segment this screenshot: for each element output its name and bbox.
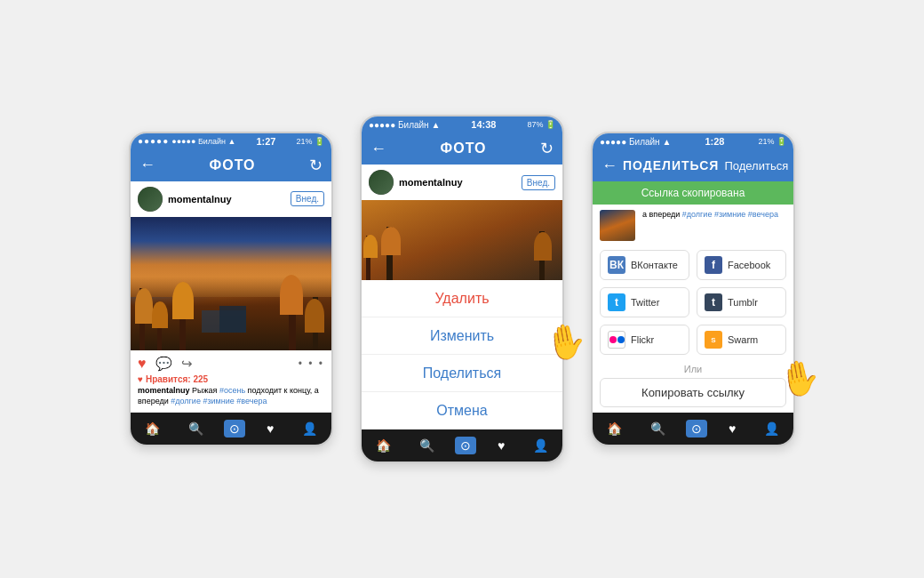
back-button[interactable]: ← [370,140,386,158]
phone1-post-header: momentalnuy Внед. [131,181,331,217]
heart-icon: ♥ [138,374,143,384]
nav-profile[interactable]: 👤 [295,420,324,438]
likes-count: ♥Нравится: 225 [138,374,324,384]
link-copied-bar: Ссылка скопирована [593,181,793,205]
tumblr-label: Tumblr [728,297,758,308]
nav-camera[interactable]: ⊙ [686,420,707,438]
like-icon[interactable]: ♥ [138,356,147,372]
phone2: ●●●●● Билайн ▲ 14:38 87% 🔋 ← ФОТО ↻ mome… [360,115,564,463]
share-preview-text: а впереди #долгие #зимние #вечера [642,210,778,221]
nav-profile[interactable]: 👤 [526,437,555,454]
share-action-button[interactable]: Поделиться [724,159,788,173]
phone1-bottom-nav: 🏠 🔍 ⊙ ♥ 👤 [131,413,331,445]
back-button[interactable]: ← [139,156,155,174]
phone2-bottom-nav: 🏠 🔍 ⊙ ♥ 👤 [362,429,562,462]
phone3-status-bar: ●●●●● Билайн ▲ 1:28 21% 🔋 [593,133,793,149]
swarm-icon: S [705,331,722,349]
caption: momentalnuy Рыжая #осень подходит к конц… [138,386,324,406]
phone1-top-nav: ← ФОТО ↻ [131,149,331,181]
phone2-status-bar: ●●●●● Билайн ▲ 14:38 87% 🔋 [362,116,562,132]
vk-icon: ВК [608,256,625,274]
nav-heart[interactable]: ♥ [490,437,512,454]
username[interactable]: momentalnuy [168,194,232,205]
user-info: momentalnuy [369,170,463,195]
phone1-time: 1:27 [256,136,275,147]
share-flickr-button[interactable]: Flickr [600,325,689,355]
share-icon[interactable]: ↪ [181,356,193,372]
share-nav-title: ПОДЕЛИТЬСЯ [623,158,719,173]
post-actions: ♥ 💬 ↪ • • • ♥Нравится: 225 momentalnuy Р… [131,350,331,413]
vk-label: ВКонтакте [631,260,678,270]
nav-heart[interactable]: ♥ [259,420,281,438]
share-content: а впереди #долгие #зимние #вечера ВК ВКо… [593,205,793,413]
nav-home[interactable]: 🏠 [138,420,167,438]
phone3: ●●●●● Билайн ▲ 1:28 21% 🔋 ← ПОДЕЛИТЬСЯ П… [591,132,795,446]
nav-camera[interactable]: ⊙ [224,420,245,438]
menu-overlay: Удалить Изменить Поделиться Отмена [362,280,562,429]
action-icons: ♥ 💬 ↪ [138,356,193,372]
phone3-top-nav: ← ПОДЕЛИТЬСЯ Поделиться [593,149,793,181]
nav-title: ФОТО [441,140,487,157]
flickr-dots [609,336,625,343]
nav-home[interactable]: 🏠 [600,420,629,438]
share-twitter-button[interactable]: t Twitter [600,287,689,317]
share-swarm-button[interactable]: S Swarm [697,325,786,355]
avatar [369,170,394,195]
phone3-container: ●●●●● Билайн ▲ 1:28 21% 🔋 ← ПОДЕЛИТЬСЯ П… [591,132,795,446]
share-grid: ВК ВКонтакте f Facebook t Twitter t Tumb… [600,250,786,355]
action-row: ♥ 💬 ↪ • • • [138,356,324,372]
fb-icon: f [705,256,722,274]
swarm-label: Swarm [728,334,758,345]
copy-link-button[interactable]: Копировать ссылку [600,378,786,407]
share-button[interactable]: Поделиться [362,355,562,392]
delete-button[interactable]: Удалить [362,280,562,317]
phone2-post-header: momentalnuy Внед. [362,165,562,200]
phone1-status-bar: ●●●●● ●●●●● Билайн ▲ 1:27 21% 🔋 [131,133,331,149]
phone3-bottom-nav: 🏠 🔍 ⊙ ♥ 👤 [593,413,793,445]
tumblr-icon: t [705,293,722,311]
phone1-container: ●●●●● ●●●●● Билайн ▲ 1:27 21% 🔋 ← ФОТО ↻… [129,132,333,446]
phone2-container: ●●●●● Билайн ▲ 14:38 87% 🔋 ← ФОТО ↻ mome… [360,115,564,463]
post-photo-partial [362,200,562,280]
share-thumb [600,210,635,241]
follow-button[interactable]: Внед. [522,175,555,190]
more-icon[interactable]: • • • [299,357,324,370]
nav-heart[interactable]: ♥ [721,420,743,438]
follow-button[interactable]: Внед. [291,191,324,206]
user-info: momentalnuy [138,187,232,212]
back-button[interactable]: ← [601,157,617,175]
nav-search[interactable]: 🔍 [412,437,442,454]
hand-cursor-2: 🤚 [776,355,824,400]
post-photo [131,217,331,350]
nav-profile[interactable]: 👤 [757,420,786,438]
share-vk-button[interactable]: ВК ВКонтакте [600,250,689,280]
phone1: ●●●●● ●●●●● Билайн ▲ 1:27 21% 🔋 ← ФОТО ↻… [129,132,333,446]
comment-icon[interactable]: 💬 [155,356,172,372]
flickr-icon [608,331,625,349]
edit-button[interactable]: Изменить [362,317,562,355]
phone3-time: 1:28 [705,136,724,147]
nav-camera[interactable]: ⊙ [455,437,476,454]
phone3-battery: 21% 🔋 [758,137,786,146]
or-divider: Или [600,364,786,374]
nav-search[interactable]: 🔍 [181,420,211,438]
username[interactable]: momentalnuy [399,177,463,188]
nav-home[interactable]: 🏠 [369,437,398,454]
twitter-label: Twitter [631,297,659,308]
twitter-icon: t [608,293,625,311]
phone2-battery: 87% 🔋 [527,120,555,129]
phone1-carrier: ●●●●● Билайн ▲ [171,137,235,146]
cancel-button[interactable]: Отмена [362,392,562,429]
nav-search[interactable]: 🔍 [643,420,673,438]
avatar [138,187,163,212]
share-tumblr-button[interactable]: t Tumblr [697,287,786,317]
refresh-button[interactable]: ↻ [309,156,323,175]
share-fb-button[interactable]: f Facebook [697,250,786,280]
share-preview: а впереди #долгие #зимние #вечера [600,210,786,241]
phone1-signal: ●●●●● ●●●●● Билайн ▲ [138,136,235,146]
nav-title: ФОТО [210,157,256,173]
phone2-top-nav: ← ФОТО ↻ [362,132,562,165]
refresh-button[interactable]: ↻ [540,139,554,158]
phone2-time: 14:38 [471,119,496,130]
flickr-label: Flickr [631,334,654,345]
